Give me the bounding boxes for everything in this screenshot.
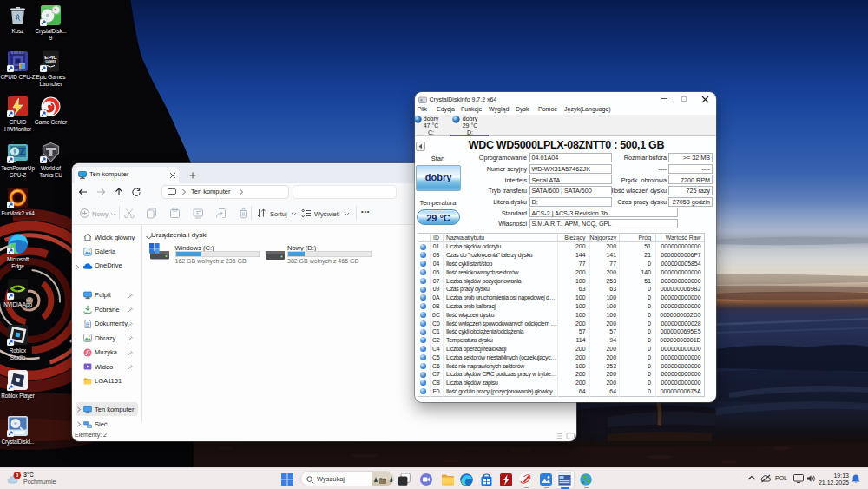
svg-text:3: 3 xyxy=(16,472,18,478)
svg-text:EPIC: EPIC xyxy=(44,53,57,59)
svg-text:GAMES: GAMES xyxy=(45,60,56,63)
